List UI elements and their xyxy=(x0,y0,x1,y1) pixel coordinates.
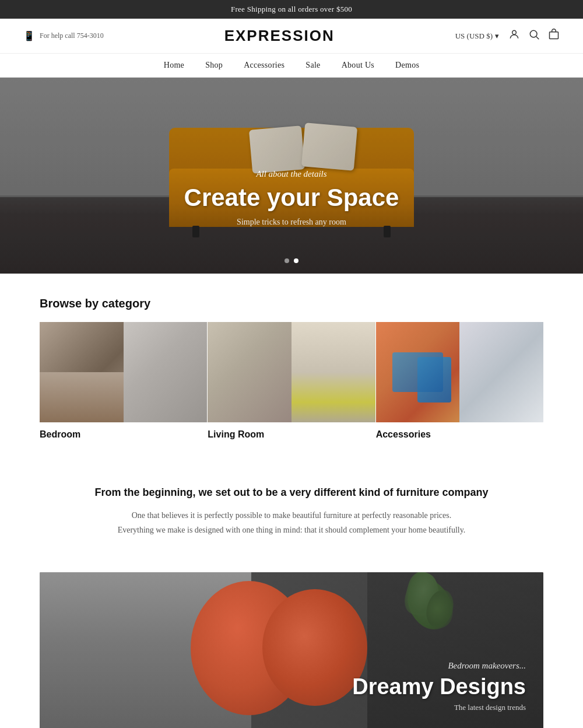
living-image-2 xyxy=(292,322,375,422)
hero-slider: All about the details Create your Space … xyxy=(0,78,583,274)
accessories-image-2 xyxy=(459,322,543,422)
announcement-text: Free Shipping on all orders over $500 xyxy=(231,5,352,13)
svg-line-2 xyxy=(536,37,539,40)
site-header: 📱 For help call 754-3010 EXPRESSION US (… xyxy=(0,19,583,54)
mission-section: From the beginning, we set out to be a v… xyxy=(0,452,583,572)
bottom-banner-wrapper: Bedroom makeovers... Dreamy Designs The … xyxy=(0,572,583,728)
bedroom-label: Bedroom xyxy=(40,429,207,440)
mission-line1: One that believes it is perfectly possib… xyxy=(132,511,452,520)
living-room-images xyxy=(208,322,375,422)
bottom-banner[interactable]: Bedroom makeovers... Dreamy Designs The … xyxy=(40,572,543,728)
bedroom-images xyxy=(40,322,207,422)
bottom-banner-title: Dreamy Designs xyxy=(352,674,526,699)
account-icon[interactable] xyxy=(508,29,520,43)
categories-grid: Bedroom Living Room Accessories xyxy=(40,322,543,440)
nav-item-shop[interactable]: Shop xyxy=(205,61,223,70)
phone-icon: 📱 xyxy=(23,30,35,41)
currency-label: US (USD $) xyxy=(455,32,493,41)
announcement-bar: Free Shipping on all orders over $500 xyxy=(0,0,583,19)
header-right: US (USD $) ▾ xyxy=(455,29,560,43)
living-image-1 xyxy=(208,322,292,422)
svg-point-1 xyxy=(530,30,537,37)
bottom-banner-description: The latest design trends xyxy=(352,703,526,712)
hero-description: Simple tricks to refresh any room xyxy=(237,218,346,227)
nav-item-demos[interactable]: Demos xyxy=(395,61,419,70)
mission-line2: Everything we make is designed with one … xyxy=(118,526,466,534)
mission-text: One that believes it is perfectly possib… xyxy=(58,508,525,537)
bedroom-image-2 xyxy=(124,322,208,422)
mission-title: From the beginning, we set out to be a v… xyxy=(58,487,525,499)
cart-icon[interactable] xyxy=(548,29,560,43)
nav-item-sale[interactable]: Sale xyxy=(305,61,320,70)
bedroom-image-1 xyxy=(40,322,124,422)
main-nav: Home Shop Accessories Sale About Us Demo… xyxy=(0,54,583,78)
hero-overlay: All about the details Create your Space … xyxy=(0,78,583,274)
bottom-banner-subtitle: Bedroom makeovers... xyxy=(352,661,526,671)
category-bedroom[interactable]: Bedroom xyxy=(40,322,207,440)
categories-title: Browse by category xyxy=(40,297,543,310)
header-icons xyxy=(508,29,560,43)
accessories-label: Accessories xyxy=(376,429,543,440)
site-logo[interactable]: EXPRESSION xyxy=(224,27,335,45)
hero-subtitle: All about the details xyxy=(256,169,326,179)
slider-dot-2[interactable] xyxy=(294,258,298,263)
accessories-images xyxy=(376,322,543,422)
bottom-banner-text-overlay: Bedroom makeovers... Dreamy Designs The … xyxy=(352,661,526,712)
category-accessories[interactable]: Accessories xyxy=(376,322,543,440)
slider-dot-1[interactable] xyxy=(285,258,289,263)
search-icon[interactable] xyxy=(528,29,540,43)
svg-rect-3 xyxy=(549,32,558,39)
slider-dots xyxy=(285,258,298,263)
category-living-room[interactable]: Living Room xyxy=(208,322,375,440)
svg-point-0 xyxy=(512,30,517,34)
currency-selector[interactable]: US (USD $) ▾ xyxy=(455,32,499,41)
categories-section: Browse by category Bedroom Living Room xyxy=(0,274,583,452)
header-left: 📱 For help call 754-3010 xyxy=(23,30,104,41)
currency-chevron-icon: ▾ xyxy=(495,32,499,41)
phone-label: For help call 754-3010 xyxy=(40,32,104,40)
nav-item-accessories[interactable]: Accessories xyxy=(244,61,285,70)
hero-title: Create your Space xyxy=(184,184,399,212)
living-room-label: Living Room xyxy=(208,429,375,440)
nav-item-home[interactable]: Home xyxy=(164,61,184,70)
nav-item-about-us[interactable]: About Us xyxy=(342,61,374,70)
accessories-image-1 xyxy=(376,322,460,422)
